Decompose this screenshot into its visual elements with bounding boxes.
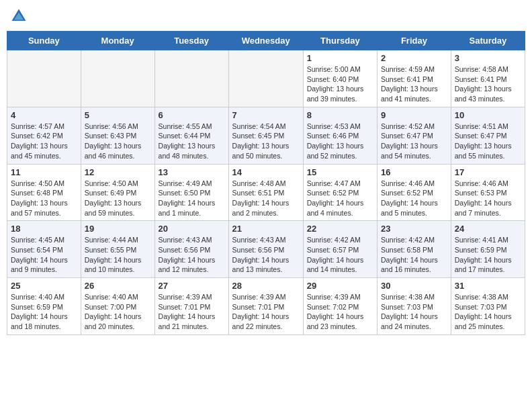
calendar-day-12: 12Sunrise: 4:50 AM Sunset: 6:49 PM Dayli… bbox=[81, 164, 154, 221]
day-info: Sunrise: 4:47 AM Sunset: 6:52 PM Dayligh… bbox=[307, 179, 373, 218]
calendar-day-empty bbox=[81, 50, 154, 107]
day-info: Sunrise: 5:00 AM Sunset: 6:40 PM Dayligh… bbox=[307, 64, 373, 104]
calendar-day-11: 11Sunrise: 4:50 AM Sunset: 6:48 PM Dayli… bbox=[7, 164, 81, 221]
calendar-day-23: 23Sunrise: 4:42 AM Sunset: 6:58 PM Dayli… bbox=[378, 221, 451, 278]
calendar-day-16: 16Sunrise: 4:46 AM Sunset: 6:52 PM Dayli… bbox=[378, 164, 451, 221]
calendar-day-empty bbox=[228, 50, 303, 107]
day-number: 10 bbox=[455, 110, 521, 120]
day-info: Sunrise: 4:48 AM Sunset: 6:51 PM Dayligh… bbox=[232, 179, 300, 218]
day-number: 6 bbox=[159, 110, 225, 120]
calendar-day-empty bbox=[7, 50, 81, 107]
calendar-day-18: 18Sunrise: 4:45 AM Sunset: 6:54 PM Dayli… bbox=[7, 221, 81, 278]
day-number: 19 bbox=[85, 224, 151, 234]
logo-icon bbox=[9, 7, 28, 26]
day-info: Sunrise: 4:42 AM Sunset: 6:57 PM Dayligh… bbox=[307, 235, 373, 275]
day-info: Sunrise: 4:39 AM Sunset: 7:01 PM Dayligh… bbox=[232, 292, 300, 332]
day-info: Sunrise: 4:38 AM Sunset: 7:03 PM Dayligh… bbox=[455, 292, 521, 332]
day-number: 2 bbox=[381, 53, 447, 63]
day-info: Sunrise: 4:39 AM Sunset: 7:02 PM Dayligh… bbox=[307, 292, 373, 332]
day-info: Sunrise: 4:41 AM Sunset: 6:59 PM Dayligh… bbox=[455, 235, 521, 275]
calendar-day-13: 13Sunrise: 4:49 AM Sunset: 6:50 PM Dayli… bbox=[154, 164, 228, 221]
calendar-week-row: 25Sunrise: 4:40 AM Sunset: 6:59 PM Dayli… bbox=[7, 278, 525, 335]
calendar-day-1: 1Sunrise: 5:00 AM Sunset: 6:40 PM Daylig… bbox=[303, 50, 377, 107]
day-number: 13 bbox=[159, 167, 225, 177]
day-number: 17 bbox=[455, 167, 521, 177]
calendar-header-sunday: Sunday bbox=[7, 32, 81, 50]
day-number: 27 bbox=[159, 281, 225, 291]
day-number: 1 bbox=[307, 53, 373, 63]
calendar-day-26: 26Sunrise: 4:40 AM Sunset: 7:00 PM Dayli… bbox=[81, 278, 154, 335]
calendar-day-5: 5Sunrise: 4:56 AM Sunset: 6:43 PM Daylig… bbox=[81, 107, 154, 164]
calendar-day-21: 21Sunrise: 4:43 AM Sunset: 6:56 PM Dayli… bbox=[228, 221, 303, 278]
calendar-day-15: 15Sunrise: 4:47 AM Sunset: 6:52 PM Dayli… bbox=[303, 164, 377, 221]
day-info: Sunrise: 4:46 AM Sunset: 6:53 PM Dayligh… bbox=[455, 179, 521, 218]
calendar-day-31: 31Sunrise: 4:38 AM Sunset: 7:03 PM Dayli… bbox=[451, 278, 525, 335]
day-number: 15 bbox=[307, 167, 373, 177]
day-number: 23 bbox=[381, 224, 447, 234]
day-number: 30 bbox=[381, 281, 447, 291]
day-info: Sunrise: 4:49 AM Sunset: 6:50 PM Dayligh… bbox=[159, 179, 225, 218]
day-number: 4 bbox=[11, 110, 77, 120]
day-number: 26 bbox=[85, 281, 151, 291]
day-info: Sunrise: 4:45 AM Sunset: 6:54 PM Dayligh… bbox=[11, 235, 77, 275]
calendar-week-row: 1Sunrise: 5:00 AM Sunset: 6:40 PM Daylig… bbox=[7, 50, 525, 107]
calendar-week-row: 4Sunrise: 4:57 AM Sunset: 6:42 PM Daylig… bbox=[7, 107, 525, 164]
day-info: Sunrise: 4:40 AM Sunset: 7:00 PM Dayligh… bbox=[85, 292, 151, 332]
logo bbox=[9, 7, 31, 26]
calendar-day-14: 14Sunrise: 4:48 AM Sunset: 6:51 PM Dayli… bbox=[228, 164, 303, 221]
calendar-day-7: 7Sunrise: 4:54 AM Sunset: 6:45 PM Daylig… bbox=[228, 107, 303, 164]
day-number: 9 bbox=[381, 110, 447, 120]
calendar-header-monday: Monday bbox=[81, 32, 154, 50]
calendar-day-6: 6Sunrise: 4:55 AM Sunset: 6:44 PM Daylig… bbox=[154, 107, 228, 164]
calendar-day-3: 3Sunrise: 4:58 AM Sunset: 6:41 PM Daylig… bbox=[451, 50, 525, 107]
day-number: 31 bbox=[455, 281, 521, 291]
day-number: 29 bbox=[307, 281, 373, 291]
day-number: 5 bbox=[85, 110, 151, 120]
day-info: Sunrise: 4:55 AM Sunset: 6:44 PM Dayligh… bbox=[159, 122, 225, 161]
day-number: 18 bbox=[11, 224, 77, 234]
calendar-day-24: 24Sunrise: 4:41 AM Sunset: 6:59 PM Dayli… bbox=[451, 221, 525, 278]
page-header bbox=[7, 7, 525, 26]
calendar-day-10: 10Sunrise: 4:51 AM Sunset: 6:47 PM Dayli… bbox=[451, 107, 525, 164]
day-info: Sunrise: 4:56 AM Sunset: 6:43 PM Dayligh… bbox=[85, 122, 151, 161]
calendar-day-2: 2Sunrise: 4:59 AM Sunset: 6:41 PM Daylig… bbox=[378, 50, 451, 107]
calendar-header-friday: Friday bbox=[378, 32, 451, 50]
day-info: Sunrise: 4:40 AM Sunset: 6:59 PM Dayligh… bbox=[11, 292, 77, 332]
day-number: 20 bbox=[159, 224, 225, 234]
calendar-week-row: 18Sunrise: 4:45 AM Sunset: 6:54 PM Dayli… bbox=[7, 221, 525, 278]
day-info: Sunrise: 4:57 AM Sunset: 6:42 PM Dayligh… bbox=[11, 122, 77, 161]
calendar-day-empty bbox=[154, 50, 228, 107]
day-info: Sunrise: 4:44 AM Sunset: 6:55 PM Dayligh… bbox=[85, 235, 151, 275]
day-info: Sunrise: 4:38 AM Sunset: 7:03 PM Dayligh… bbox=[381, 292, 447, 332]
day-info: Sunrise: 4:51 AM Sunset: 6:47 PM Dayligh… bbox=[455, 122, 521, 161]
day-info: Sunrise: 4:52 AM Sunset: 6:47 PM Dayligh… bbox=[381, 122, 447, 161]
calendar-day-19: 19Sunrise: 4:44 AM Sunset: 6:55 PM Dayli… bbox=[81, 221, 154, 278]
day-number: 12 bbox=[85, 167, 151, 177]
day-info: Sunrise: 4:46 AM Sunset: 6:52 PM Dayligh… bbox=[381, 179, 447, 218]
calendar-day-8: 8Sunrise: 4:53 AM Sunset: 6:46 PM Daylig… bbox=[303, 107, 377, 164]
day-info: Sunrise: 4:43 AM Sunset: 6:56 PM Dayligh… bbox=[232, 235, 300, 275]
calendar-day-9: 9Sunrise: 4:52 AM Sunset: 6:47 PM Daylig… bbox=[378, 107, 451, 164]
day-info: Sunrise: 4:59 AM Sunset: 6:41 PM Dayligh… bbox=[381, 64, 447, 104]
day-number: 8 bbox=[307, 110, 373, 120]
calendar-day-25: 25Sunrise: 4:40 AM Sunset: 6:59 PM Dayli… bbox=[7, 278, 81, 335]
day-number: 28 bbox=[232, 281, 300, 291]
day-number: 24 bbox=[455, 224, 521, 234]
calendar-day-28: 28Sunrise: 4:39 AM Sunset: 7:01 PM Dayli… bbox=[228, 278, 303, 335]
calendar-day-17: 17Sunrise: 4:46 AM Sunset: 6:53 PM Dayli… bbox=[451, 164, 525, 221]
calendar-day-22: 22Sunrise: 4:42 AM Sunset: 6:57 PM Dayli… bbox=[303, 221, 377, 278]
calendar-day-27: 27Sunrise: 4:39 AM Sunset: 7:01 PM Dayli… bbox=[154, 278, 228, 335]
calendar-day-20: 20Sunrise: 4:43 AM Sunset: 6:56 PM Dayli… bbox=[154, 221, 228, 278]
day-info: Sunrise: 4:50 AM Sunset: 6:49 PM Dayligh… bbox=[85, 179, 151, 218]
day-info: Sunrise: 4:54 AM Sunset: 6:45 PM Dayligh… bbox=[232, 122, 300, 161]
calendar-header-wednesday: Wednesday bbox=[228, 32, 303, 50]
calendar-header-thursday: Thursday bbox=[303, 32, 377, 50]
calendar-table: SundayMondayTuesdayWednesdayThursdayFrid… bbox=[7, 31, 525, 335]
calendar-day-30: 30Sunrise: 4:38 AM Sunset: 7:03 PM Dayli… bbox=[378, 278, 451, 335]
day-info: Sunrise: 4:53 AM Sunset: 6:46 PM Dayligh… bbox=[307, 122, 373, 161]
day-number: 11 bbox=[11, 167, 77, 177]
calendar-week-row: 11Sunrise: 4:50 AM Sunset: 6:48 PM Dayli… bbox=[7, 164, 525, 221]
calendar-header-saturday: Saturday bbox=[451, 32, 525, 50]
calendar-day-29: 29Sunrise: 4:39 AM Sunset: 7:02 PM Dayli… bbox=[303, 278, 377, 335]
day-number: 7 bbox=[232, 110, 300, 120]
